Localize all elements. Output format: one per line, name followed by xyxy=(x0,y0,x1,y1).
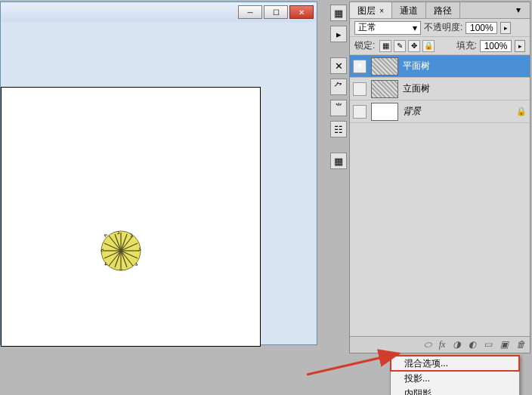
panel-menu-icon[interactable]: ▾ xyxy=(516,5,527,15)
visibility-toggle[interactable]: 👁 xyxy=(353,60,367,73)
tab-label: 图层 xyxy=(357,5,376,16)
maximize-button[interactable]: ☐ xyxy=(264,5,288,19)
layer-style-context-menu: 混合选项... 投影... 内阴影... xyxy=(390,355,520,395)
layer-row[interactable]: 背景 🔒 xyxy=(350,100,530,123)
lock-all-icon[interactable]: 🔒 xyxy=(422,40,435,52)
titlebar: ─ ☐ ✕ xyxy=(1,2,317,22)
menu-blending-options[interactable]: 混合选项... xyxy=(391,356,519,371)
menu-drop-shadow[interactable]: 投影... xyxy=(391,371,519,386)
trash-icon[interactable]: 🗑 xyxy=(516,339,525,350)
toolbar-button-1[interactable]: ▦ xyxy=(330,5,347,21)
mask-icon[interactable]: ◑ xyxy=(453,339,460,350)
document-window: ─ ☐ ✕ xyxy=(0,2,317,345)
minimize-button[interactable]: ─ xyxy=(238,5,262,19)
lock-move-icon[interactable]: ✥ xyxy=(408,40,420,52)
fx-icon[interactable]: fx xyxy=(439,339,446,350)
layer-name[interactable]: 背景 xyxy=(403,105,512,118)
panel-footer: ⬭ fx ◑ ◐ ▭ ▣ 🗑 xyxy=(350,336,530,353)
toolbar-button-5[interactable]: ⺌ xyxy=(330,100,347,116)
lock-icon: 🔒 xyxy=(516,106,527,116)
blend-mode-value: 正常 xyxy=(358,21,376,34)
toolbar-button-3[interactable]: ✕ xyxy=(330,57,347,74)
lock-icons: ▦ ✎ ✥ 🔒 xyxy=(379,40,435,52)
tab-channels[interactable]: 通道 xyxy=(392,2,426,18)
layer-name[interactable]: 立面树 xyxy=(403,82,527,95)
new-layer-icon[interactable]: ▣ xyxy=(500,339,509,350)
visibility-toggle[interactable] xyxy=(353,105,367,119)
tree-graphic xyxy=(100,230,142,272)
close-button[interactable]: ✕ xyxy=(289,5,314,19)
visibility-toggle[interactable] xyxy=(353,82,367,96)
toolbar-button-6[interactable]: ☷ xyxy=(330,121,347,137)
toolbar-button-7[interactable]: ▦ xyxy=(330,153,347,169)
layer-row[interactable]: 立面树 xyxy=(350,78,530,100)
canvas[interactable] xyxy=(1,87,261,347)
tab-paths[interactable]: 路径 xyxy=(426,2,460,18)
toolbar-button-4[interactable]: ⺈ xyxy=(330,79,347,95)
layers-list: 👁 平面树 立面树 背景 🔒 xyxy=(350,55,530,316)
opacity-arrow[interactable]: ▸ xyxy=(500,22,511,34)
lock-label: 锁定: xyxy=(354,39,375,52)
layer-thumbnail[interactable] xyxy=(371,80,398,98)
lock-transparency-icon[interactable]: ▦ xyxy=(379,40,391,52)
panel-tabs: 图层 × 通道 路径 ▾ xyxy=(350,2,530,19)
link-icon[interactable]: ⬭ xyxy=(424,339,431,350)
fill-label: 填充: xyxy=(456,39,477,52)
layers-empty-area[interactable] xyxy=(350,123,530,316)
layers-panel: 图层 × 通道 路径 ▾ 正常 ▾ 不透明度: 100% ▸ 锁定: ▦ ✎ ✥… xyxy=(349,2,530,353)
toolbar-button-2[interactable]: ▸ xyxy=(330,26,347,42)
blend-opacity-row: 正常 ▾ 不透明度: 100% ▸ xyxy=(350,19,530,37)
side-toolbar: ▦ ▸ ✕ ⺈ ⺌ ☷ ▦ xyxy=(330,2,348,169)
layer-thumbnail[interactable] xyxy=(371,103,398,121)
group-icon[interactable]: ▭ xyxy=(484,339,492,350)
fill-arrow[interactable]: ▸ xyxy=(515,40,525,52)
lock-fill-row: 锁定: ▦ ✎ ✥ 🔒 填充: 100% ▸ xyxy=(350,37,530,55)
blend-mode-select[interactable]: 正常 ▾ xyxy=(354,21,421,35)
layer-thumbnail[interactable] xyxy=(371,57,398,76)
layer-name[interactable]: 平面树 xyxy=(403,60,527,73)
tab-close-icon[interactable]: × xyxy=(379,7,384,15)
menu-inner-shadow[interactable]: 内阴影... xyxy=(391,386,519,395)
lock-paint-icon[interactable]: ✎ xyxy=(394,40,406,52)
opacity-label: 不透明度: xyxy=(424,21,462,34)
svg-line-18 xyxy=(307,353,399,375)
tab-layers[interactable]: 图层 × xyxy=(350,2,392,18)
chevron-down-icon: ▾ xyxy=(413,23,417,33)
layer-row[interactable]: 👁 平面树 xyxy=(350,55,530,78)
adjustment-icon[interactable]: ◐ xyxy=(469,339,476,350)
opacity-value[interactable]: 100% xyxy=(466,22,497,34)
fill-value[interactable]: 100% xyxy=(480,40,512,52)
